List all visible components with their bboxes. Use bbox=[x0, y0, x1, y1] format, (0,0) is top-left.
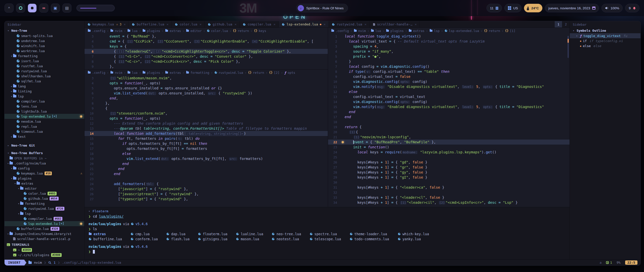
symbol-item[interactable]: ◆ifif type(config.vi bbox=[570, 38, 640, 43]
symbols-outline-header[interactable]: ▾ Symbols Outline bbox=[570, 28, 640, 33]
terminal-line[interactable]: nvim/lua/pluginsviav5.4.6 bbox=[89, 221, 566, 226]
workspace-button-3[interactable]: ▣ bbox=[51, 4, 60, 13]
listing-entry[interactable]: bufferline.lua bbox=[89, 236, 122, 242]
code-line[interactable]: 5 prefix = "●", bbox=[328, 54, 570, 59]
code-line[interactable]: 7 { [1]"<S-C>", [2]"<cmd>CccConvert<cr>"… bbox=[85, 54, 328, 59]
code-line[interactable]: 31 keys[#keys + 1] = { "<leader>ca", fal… bbox=[328, 185, 570, 190]
code-line[interactable]: 4 opts = function(_, opts) bbox=[85, 81, 328, 86]
code-line[interactable]: 6 } bbox=[328, 59, 570, 64]
code-line[interactable]: 14 vim.diagnostic.config(opts: config) bbox=[328, 99, 570, 104]
breadcrumb-item[interactable]: lsp bbox=[429, 29, 440, 33]
code-line[interactable]: 7 local config = vim.diagnostic.config() bbox=[328, 64, 570, 69]
listing-entry[interactable]: flash.lua bbox=[166, 236, 189, 242]
breadcrumb-item[interactable]: formatting bbox=[186, 71, 209, 75]
terminal-line[interactable]: ❯cd lua/plugins/ bbox=[89, 214, 566, 219]
listing-entry[interactable]: floaterm.lua bbox=[198, 231, 227, 236]
tab-github.lua[interactable]: github.lua× bbox=[205, 21, 240, 27]
code-line[interactable]: 11 opts = function(_, opts) bbox=[85, 116, 328, 121]
close-tab-button[interactable]: × bbox=[324, 22, 326, 26]
code-line[interactable]: 7 end, bbox=[85, 96, 328, 101]
alerts-widget[interactable]: 9 bbox=[625, 4, 639, 12]
symbol-item[interactable]: ◆elseelse bbox=[570, 43, 640, 48]
code-line[interactable]: 20 [1]{ bbox=[328, 129, 570, 134]
code-line[interactable]: 23 bbox=[85, 176, 328, 181]
code-line[interactable]: 3 event = { "BufRead" }, bbox=[85, 34, 328, 39]
breadcrumb-item[interactable]: {}[2] bbox=[269, 71, 279, 75]
breadcrumb-item[interactable]: color.lua bbox=[207, 29, 228, 33]
tree-item[interactable]: keymaps.lua#10⚠ bbox=[5, 171, 84, 176]
listing-entry[interactable]: dap.lua bbox=[166, 231, 189, 236]
tab-rustywind.lua[interactable]: rustywind.lua× bbox=[329, 21, 370, 27]
listing-entry[interactable]: mason.lua bbox=[236, 236, 263, 242]
breadcrumb-item[interactable]: ƒopts bbox=[285, 71, 295, 75]
breadcrumb-item[interactable]: nvim bbox=[110, 29, 122, 33]
code-line[interactable]: 19return { bbox=[328, 124, 570, 129]
tree-item[interactable]: sqlfmt.lua bbox=[5, 79, 84, 84]
tree-item[interactable]: OPEN BUFFERS in ~ bbox=[5, 156, 84, 161]
code-line[interactable]: 17end bbox=[328, 114, 570, 119]
editor-lsp-extended-lua[interactable]: .config›nvim›lua›plugins›extras›lsp›lsp-… bbox=[328, 28, 570, 207]
breadcrumb-item[interactable]: .config bbox=[331, 29, 349, 33]
close-tab-button[interactable]: × bbox=[365, 22, 367, 26]
tree-item[interactable]: winshift.lua bbox=[5, 43, 84, 48]
tree-item[interactable]: ▾plugins bbox=[5, 176, 84, 181]
breadcrumb-item[interactable]: plugins bbox=[142, 29, 160, 33]
workspace-button-2[interactable]: ∞ bbox=[39, 4, 48, 13]
tree-item[interactable]: timeout.lua bbox=[5, 129, 84, 134]
code-line[interactable]: 29 keys[#keys + 1] = { "gI", false } bbox=[328, 175, 570, 180]
code-line[interactable]: 20 end bbox=[85, 161, 328, 166]
code-line[interactable]: 16 if opts.formatters_by_ft[ft] == nil t… bbox=[85, 141, 328, 146]
tree-item[interactable]: smart-splits.lua bbox=[5, 33, 84, 38]
floaterm-panel[interactable]: ▾ Floaterm ❯cd lua/plugins/nvim/lua/plug… bbox=[85, 207, 570, 259]
code-line[interactable]: 25 ["javascript"] = { "rustywind" }, bbox=[85, 186, 328, 191]
breadcrumb-item[interactable]: extras bbox=[409, 29, 424, 33]
breadcrumb-item[interactable]: {}keys bbox=[254, 29, 266, 33]
close-tab-button[interactable]: × bbox=[234, 22, 236, 26]
code-line[interactable]: 15 for ft, formatters in pairs(t: tbl) d… bbox=[85, 136, 328, 141]
symbol-item[interactable]: ▾ƒtoggle_diag_virtextfu bbox=[570, 33, 640, 38]
terminal-line[interactable]: nvim/lua/pluginsviav5.4.6 bbox=[89, 244, 566, 249]
breadcrumb-item[interactable]: plugins bbox=[142, 71, 160, 75]
listing-entry[interactable]: neotest.lua bbox=[272, 236, 301, 242]
music-widget[interactable]: ♪ Spiritbox - Rule Of Nines bbox=[296, 4, 348, 12]
tab-scrollbar-handle-…[interactable]: scrollbar-handle-…× bbox=[370, 21, 420, 27]
listing-entry[interactable]: theme-loader.lua bbox=[350, 231, 389, 236]
breadcrumb-item[interactable]: lua bbox=[127, 71, 138, 75]
tab-keymaps.lua[interactable]: keymaps.lua⚠3× bbox=[85, 21, 129, 27]
code-line[interactable]: 4 source = "if_many", bbox=[328, 49, 570, 54]
code-line[interactable]: 12 --- Extend the conform plugin config … bbox=[85, 121, 328, 126]
code-line[interactable]: 8 { [1]"<C-c>", [2]"<cmd>CccPick<cr>", d… bbox=[85, 59, 328, 64]
listing-entry[interactable]: lualine.lua bbox=[236, 231, 263, 236]
tab-lsp-extended.lua[interactable]: lsp-extended.lua●× bbox=[279, 21, 329, 27]
breadcrumb-item[interactable]: nvim bbox=[110, 71, 122, 75]
section-header-buffers[interactable]: ▾Neo-Tree Buffers bbox=[5, 150, 84, 156]
tree-item[interactable]: ▾extras bbox=[5, 181, 84, 186]
code-line[interactable]: 21 [1]"neovim/nvim-lspconfig", bbox=[328, 134, 570, 140]
code-line[interactable]: 10 vim.diagnostic.config(opts: config) bbox=[328, 79, 570, 84]
tree-item[interactable]: isort.lua bbox=[5, 58, 84, 63]
breadcrumb-item[interactable]: nvim bbox=[354, 29, 366, 33]
tree-item[interactable]: compiler.lua bbox=[5, 99, 84, 104]
code-line[interactable]: 6 { [1]"<leader>uC", [2]"<cmd>CccHighlig… bbox=[85, 49, 328, 54]
tab-bufferline.lua[interactable]: bufferline.lua× bbox=[129, 21, 172, 27]
tree-item[interactable]: color.lua#493 bbox=[5, 191, 84, 196]
tree-item[interactable]: ~#2859 bbox=[5, 247, 84, 252]
code-line[interactable]: 15 vim.notify(msg: "Enabled diagnostics … bbox=[328, 104, 570, 109]
code-line[interactable]: 25 bbox=[328, 155, 570, 160]
breadcrumb-item[interactable]: {}return bbox=[248, 71, 264, 75]
workspace-button-4[interactable]: ▤ bbox=[62, 4, 71, 13]
breadcrumb-item[interactable]: {}[1] bbox=[505, 29, 515, 33]
code-line[interactable]: 2 local virtual_text = { -- Default virt… bbox=[328, 39, 570, 44]
code-line[interactable]: 13 ---@param tbl table<string, conform.F… bbox=[85, 126, 328, 131]
workspace-button-active[interactable] bbox=[28, 4, 37, 13]
tabpage-1[interactable]: 1 bbox=[555, 21, 562, 27]
code-line[interactable]: 9 }, bbox=[85, 64, 328, 69]
section-header-neotree[interactable]: ▾Neo-Tree bbox=[5, 28, 84, 33]
breadcrumb-item[interactable]: editor bbox=[186, 29, 202, 33]
code-line[interactable]: 32 bbox=[328, 190, 570, 195]
workspace-button-1[interactable] bbox=[16, 4, 25, 13]
listing-entry[interactable]: telescope.lua bbox=[310, 236, 341, 242]
listing-entry[interactable]: todo-comments.lua bbox=[350, 236, 389, 242]
code-line[interactable]: 9 { bbox=[85, 106, 328, 111]
tree-item[interactable]: ▸linting bbox=[5, 89, 84, 94]
